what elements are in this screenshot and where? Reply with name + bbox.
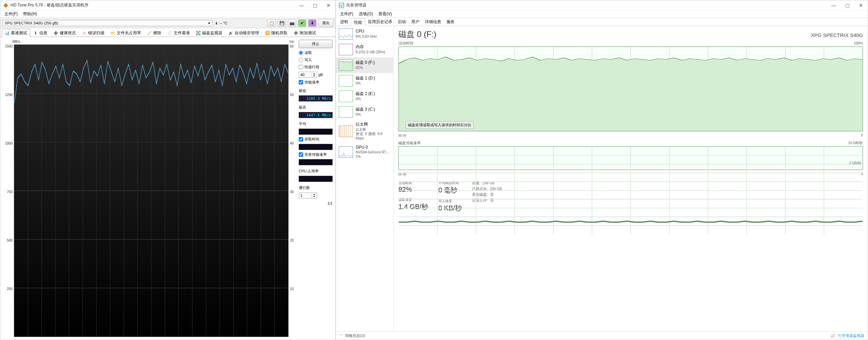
detail-title: 磁盘 0 (F:) [398, 29, 436, 40]
burstrate-check[interactable] [299, 152, 303, 157]
menu-file[interactable]: 文件(F) [2, 11, 20, 18]
health-icon: ➕ [54, 31, 58, 36]
exit-button[interactable]: 退出 [318, 19, 333, 27]
tab-filebench[interactable]: 📄文件基准 [164, 29, 193, 37]
tab-erase[interactable]: 🧹擦除 [144, 29, 164, 37]
sidebar-item-disk1[interactable]: 磁盘 1 (D:)0% [336, 73, 393, 89]
tab-startup[interactable]: 启动 [395, 18, 409, 26]
tab-label: 磁盘监视器 [202, 31, 222, 36]
info-icon: ℹ [33, 31, 38, 36]
close-button[interactable]: ✕ [324, 3, 333, 8]
benchmark-chart: MB/s ms 150012501000750500250 6050403020… [3, 40, 296, 337]
menu-help[interactable]: 帮助(H) [21, 11, 39, 18]
read-radio[interactable] [299, 51, 303, 55]
tab-label: 文件基准 [174, 31, 190, 36]
taskmgr-window: 任务管理器 — ▢ ✕ 文件(F) 选项(O) 查看(V) 进程 性能 应用历史… [336, 0, 868, 340]
open-resmon-link[interactable]: 打开资源监视器 [838, 333, 864, 338]
expand-icon[interactable]: ⌃ [339, 334, 342, 338]
shortstroke-check[interactable] [299, 65, 303, 69]
avg-label: 平均 [299, 121, 333, 127]
item-name: 磁盘 1 (D:) [356, 76, 375, 81]
taskmgr-titlebar: 任务管理器 — ▢ ✕ [336, 0, 868, 11]
item-name: CPU [356, 29, 377, 34]
tab-details[interactable]: 详细信息 [422, 18, 444, 26]
tab-apphistory[interactable]: 应用历史记录 [365, 18, 395, 26]
item-stat: 2% [356, 154, 389, 159]
tm-menu-view[interactable]: 查看(V) [376, 11, 394, 18]
max-label: 最高 [299, 105, 333, 110]
tab-performance[interactable]: 性能 [351, 18, 365, 26]
taskmgr-icon [339, 3, 344, 8]
benchmark-plot [14, 44, 289, 337]
tab-random[interactable]: 🔀随机存取 [262, 29, 291, 37]
transferrate-check[interactable] [299, 80, 303, 84]
svg-marker-54 [399, 57, 863, 131]
tm-close-button[interactable]: ✕ [857, 3, 865, 8]
tab-label: 健康状态 [60, 31, 76, 36]
tab-label: 附加测试 [300, 31, 316, 36]
detail-pane: 磁盘 0 (F:) XPG SPECTRIX S40G 活动时间100% 磁盘处… [394, 26, 868, 332]
tab-errorscan[interactable]: ⚠错误扫描 [79, 29, 107, 37]
drive-select[interactable]: XPG SPECTRIX S40G (256 gB) [2, 20, 213, 26]
min-value: 1285.3 MB/s [299, 95, 333, 101]
maximize-button[interactable]: ▢ [311, 3, 319, 8]
screenshot-icon[interactable]: 📷 [288, 19, 296, 27]
chart1-label: 活动时间 [398, 41, 413, 46]
tab-diskmonitor[interactable]: 💽磁盘监视器 [193, 29, 225, 37]
y-axis-left: 150012501000750500250 [3, 44, 14, 337]
item-stat: 0% [356, 112, 375, 117]
hdtune-titlebar: HD Tune Pro 5.70 - 硬盘/固态硬盘实用程序 — ▢ ✕ [0, 0, 335, 11]
sidebar-item-ethernet[interactable]: 以太网以太网发送: 0 接收: 8.0 Kbps [336, 120, 393, 143]
tab-services[interactable]: 服务 [444, 18, 457, 26]
sidebar-item-disk0[interactable]: 磁盘 0 (F:)82% [336, 57, 393, 73]
item-name: 磁盘 0 (F:) [356, 60, 375, 65]
fewer-details-link[interactable]: 简略信息(D) [345, 333, 365, 338]
temp-indicator: 🌡 -- °C [215, 21, 228, 25]
hdtune-window: HD Tune Pro 5.70 - 硬盘/固态硬盘实用程序 — ▢ ✕ 文件(… [0, 0, 336, 340]
tab-label: 信息 [39, 31, 47, 36]
save-icon[interactable]: 💾 [278, 19, 286, 27]
tm-footer: ⌃ 简略信息(D) 📈 打开资源监视器 [336, 332, 868, 340]
tab-processes[interactable]: 进程 [337, 18, 351, 26]
sidebar-item-memory[interactable]: 内存8.2/31.9 GB (26%) [336, 42, 393, 57]
accesstime-check[interactable] [299, 137, 303, 141]
copy-icon[interactable]: 📋 [268, 19, 276, 27]
side-panel: 停止 读取 写入 快捷行程 40▲▼ gB 传输速率 最低 1285.3 MB/… [299, 40, 333, 337]
tm-maximize-button[interactable]: ▢ [843, 3, 851, 8]
x-right: 0 [861, 133, 863, 138]
item-stat: 0% [356, 97, 375, 101]
sidebar-item-disk3[interactable]: 磁盘 3 (C:)0% [336, 104, 393, 120]
sidebar-item-disk2[interactable]: 磁盘 2 (E:)0% [336, 89, 393, 104]
sidebar-item-cpu[interactable]: CPU6% 3.63 GHz [336, 26, 393, 42]
taskmgr-title: 任务管理器 [346, 2, 830, 8]
y-axis-right: 605040302010 [289, 44, 296, 337]
tab-info[interactable]: ℹ信息 [30, 29, 51, 37]
resmon-icon: 📈 [831, 334, 835, 338]
options-icon[interactable]: ✔ [298, 19, 306, 27]
tab-extra[interactable]: ➕附加测试 [291, 29, 319, 37]
tab-aam[interactable]: 🔊自动噪音管理 [225, 29, 262, 37]
gb-spinner[interactable]: 40▲▼ [299, 72, 317, 78]
stop-button[interactable]: 停止 [299, 40, 333, 48]
tab-label: 错误扫描 [88, 31, 104, 36]
thermometer-icon: 🌡 [215, 21, 218, 25]
passes-spinner[interactable]: 1▲▼ [299, 192, 317, 199]
cpuusage-label: CPU 占用率 [299, 169, 333, 174]
tm-menu-file[interactable]: 文件(F) [338, 11, 355, 18]
chart-tooltip: 磁盘处理读取或写入请求的时间百分比 [406, 121, 474, 129]
tab-users[interactable]: 用户 [409, 18, 422, 26]
hdtune-title: HD Tune Pro 5.70 - 硬盘/固态硬盘实用程序 [11, 2, 297, 8]
item-stat: 6% 3.63 GHz [356, 34, 377, 39]
tab-benchmark[interactable]: 📊基准测试 [2, 29, 30, 37]
item-stat: 8.2/31.9 GB (26%) [356, 50, 385, 55]
tab-folderusage[interactable]: 📁文件夹占用率 [107, 29, 144, 37]
tm-minimize-button[interactable]: — [830, 3, 838, 8]
chart1-max: 100% [854, 41, 863, 46]
temp-value: -- °C [220, 21, 228, 25]
write-radio[interactable] [299, 58, 303, 62]
download-icon[interactable]: ⬇ [308, 19, 316, 27]
tab-health[interactable]: ➕健康状态 [51, 29, 79, 37]
sidebar-item-gpu[interactable]: GPU 0NVIDIA GeForce RT...2% [336, 143, 393, 161]
tm-menu-options[interactable]: 选项(O) [357, 11, 375, 18]
minimize-button[interactable]: — [297, 3, 305, 8]
